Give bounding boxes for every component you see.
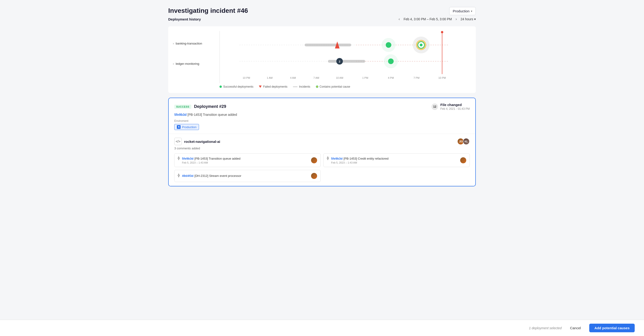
successful-deployments-icon <box>220 86 222 88</box>
commit-avatar-1 <box>311 157 317 163</box>
svg-text:1 AM: 1 AM <box>267 76 272 79</box>
svg-point-11 <box>386 42 392 48</box>
prev-time-arrow[interactable]: ‹ <box>397 16 401 22</box>
file-changed-label: File changed <box>440 103 470 107</box>
card-header: SUCCESS Deployment #29 12 File changed F… <box>169 98 475 134</box>
chart-plot-area: 2 10 PM 1 AM 4 AM 7 AM 10 AM 1 PM 4 PM 7… <box>220 31 469 83</box>
commit-card-2-left: 5fe9b3d [PB-1453] Credit entity refactor… <box>327 156 389 164</box>
expand-banking-icon: › <box>173 42 174 45</box>
svg-text:1 PM: 1 PM <box>362 76 368 79</box>
page-title: Investigating incident #46 <box>168 7 248 14</box>
commit-card-3-left: 49d4f3d [DH-2312] Stream event processor <box>178 174 241 178</box>
commit-hash-link-3[interactable]: 49d4f3d <box>182 174 194 178</box>
add-potential-causes-button[interactable]: Add potential causes <box>589 324 635 332</box>
time-range-label: Feb 4, 3:00 PM – Feb 5, 3:00 PM <box>404 17 452 21</box>
commit-card-1-left: 5fe9b3d [PB-1453] Transition queue added… <box>178 156 240 164</box>
service-name-banking: banking-transaction <box>176 42 202 45</box>
comments-count: 3 comments added <box>174 146 470 150</box>
file-count-badge: 12 <box>432 104 438 110</box>
commit-message-1: [PB-1453] Transition queue added <box>194 157 240 160</box>
action-bar: 1 deployment selected Cancel Add potenti… <box>0 320 644 336</box>
svg-rect-4 <box>305 44 351 46</box>
chart-legend: Successful deployments Failed deployment… <box>220 85 469 88</box>
svg-text:7 PM: 7 PM <box>414 76 420 79</box>
avatars-group: JD KL <box>457 138 470 145</box>
legend-successful: Successful deployments <box>220 85 253 88</box>
svg-point-9 <box>420 44 423 46</box>
service-title-row: </> rocket-navigational-ai JD KL <box>174 138 470 145</box>
svg-text:2: 2 <box>339 60 340 63</box>
env-tag: ⚑ Production <box>174 124 199 130</box>
card-title-row: SUCCESS Deployment #29 12 File changed F… <box>174 103 470 110</box>
commit-card-1[interactable]: 5fe9b3d [PB-1453] Transition queue added… <box>174 153 320 167</box>
commit-info-1: 5fe9b3d [PB-1453] Transition queue added… <box>182 156 240 164</box>
file-changed-info: File changed Feb 4, 2021 - 01:43 PM <box>440 103 470 110</box>
commit-card-3[interactable]: 49d4f3d [DH-2312] Stream event processor <box>174 170 320 182</box>
env-section-label: Enviroment <box>174 119 470 122</box>
env-tag-icon: ⚑ <box>177 125 180 129</box>
card-title-right: 12 File changed Feb 4, 2021 - 01:43 PM <box>432 103 470 110</box>
commit-dot-icon-1 <box>178 157 180 159</box>
card-title-left: SUCCESS Deployment #29 <box>174 104 226 109</box>
commit-date-2: Feb 5, 2023 – 1:43 AM <box>331 161 389 164</box>
legend-successful-label: Successful deployments <box>223 85 253 88</box>
svg-point-18 <box>388 58 394 64</box>
commit-dot-icon-2 <box>327 157 329 159</box>
success-badge: SUCCESS <box>174 104 191 109</box>
service-name: rocket-navigational-ai <box>184 140 220 144</box>
service-name-ledger: ledger-monitoring <box>176 62 199 66</box>
incidents-icon <box>293 86 298 87</box>
card-commit-hash: 5fe9b3d <box>174 113 187 116</box>
svg-text:10 PM: 10 PM <box>243 76 250 79</box>
service-row-banking[interactable]: › banking-transaction <box>173 38 220 50</box>
svg-rect-5 <box>328 60 365 63</box>
deployment-chart: › banking-transaction › ledger-monitorin… <box>168 26 476 93</box>
svg-text:4 PM: 4 PM <box>388 76 394 79</box>
legend-incidents-label: Incidents <box>299 85 310 88</box>
deployment-title: Deployment #29 <box>194 104 226 109</box>
legend-failed-label: Failed deployments <box>263 85 287 88</box>
legend-potential-cause-label: Contains potential cause <box>320 85 350 88</box>
svg-text:7 AM: 7 AM <box>314 76 319 79</box>
cancel-button[interactable]: Cancel <box>566 324 584 332</box>
commit-date-1: Feb 5, 2023 – 1:43 AM <box>182 161 240 164</box>
commit-hash-link-1[interactable]: 5fe9b3d <box>182 157 194 160</box>
svg-point-14 <box>441 31 444 33</box>
hours-dropdown[interactable]: 24 hours ▾ <box>461 17 476 21</box>
legend-incidents: Incidents <box>293 85 310 88</box>
hours-chevron-icon: ▾ <box>474 17 476 21</box>
deployment-history-label: Deployment history <box>168 17 201 21</box>
service-code-icon: </> <box>174 138 182 145</box>
service-name-left: </> rocket-navigational-ai <box>174 138 220 145</box>
deployment-card: SUCCESS Deployment #29 12 File changed F… <box>168 98 476 186</box>
avatar-2: KL <box>463 138 470 145</box>
commit-info-3: 49d4f3d [DH-2312] Stream event processor <box>182 174 241 178</box>
service-row-ledger[interactable]: › ledger-monitoring <box>173 58 220 70</box>
potential-cause-icon <box>316 86 318 88</box>
commit-dot-icon-3 <box>178 174 180 176</box>
environment-dropdown[interactable]: Production ▾ <box>449 7 476 15</box>
svg-text:10 PM: 10 PM <box>438 76 446 79</box>
svg-text:4 AM: 4 AM <box>290 76 296 79</box>
commits-grid: 5fe9b3d [PB-1453] Transition queue added… <box>174 153 470 182</box>
time-navigation: ‹ Feb 4, 3:00 PM – Feb 5, 3:00 PM › 24 h… <box>397 16 476 22</box>
failed-deployments-icon <box>259 86 262 88</box>
card-commit-message-text: [PB-1453] Transition queue added <box>188 113 237 116</box>
next-time-arrow[interactable]: › <box>454 16 458 22</box>
expand-ledger-icon: › <box>173 62 174 66</box>
file-changed-date: Feb 4, 2021 - 01:43 PM <box>440 107 470 110</box>
commit-info-2: 5fe9b3d [PB-1453] Credit entity refactor… <box>331 156 389 164</box>
chevron-down-icon: ▾ <box>471 10 472 13</box>
card-service-section: </> rocket-navigational-ai JD KL 3 comme… <box>169 134 475 186</box>
commit-hash-link-2[interactable]: 5fe9b3d <box>331 157 342 160</box>
commit-message-2: [PB-1453] Credit entity refactored <box>344 157 389 160</box>
chart-service-labels: › banking-transaction › ledger-monitorin… <box>173 31 220 83</box>
legend-potential-cause: Contains potential cause <box>316 85 350 88</box>
commit-avatar-2 <box>460 157 466 163</box>
commit-card-2[interactable]: 5fe9b3d [PB-1453] Credit entity refactor… <box>324 153 470 167</box>
selected-count-text: 1 deployment selected <box>529 326 562 330</box>
legend-failed: Failed deployments <box>259 85 287 88</box>
card-commit-row: 5fe9b3d [PB-1453] Transition queue added <box>174 113 470 116</box>
hours-label: 24 hours <box>461 17 473 21</box>
code-brackets-icon: </> <box>176 140 180 143</box>
